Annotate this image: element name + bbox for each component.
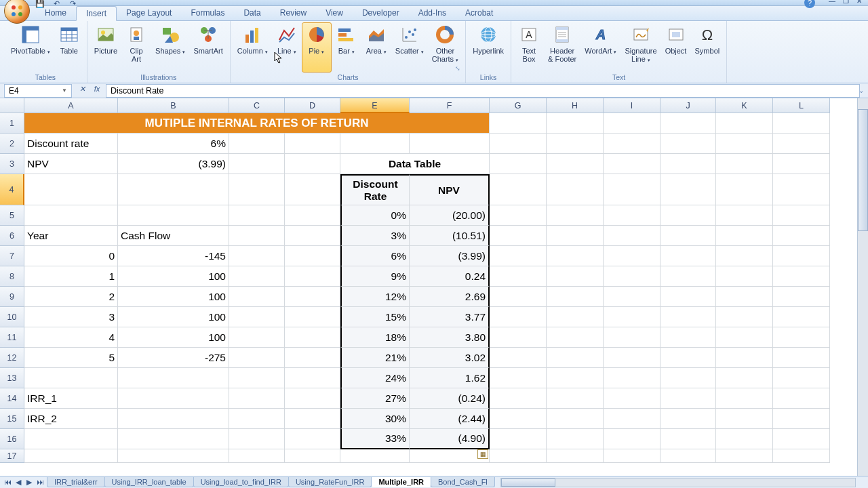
cell-C14[interactable] bbox=[229, 388, 285, 409]
cell-A2[interactable]: Discount rate bbox=[24, 134, 118, 154]
cell-A6[interactable]: Year bbox=[24, 226, 118, 246]
row-header-8[interactable]: 8 bbox=[0, 266, 24, 287]
tab-page-layout[interactable]: Page Layout bbox=[117, 6, 181, 20]
cell-B12[interactable]: -275 bbox=[118, 348, 229, 368]
vertical-scrollbar[interactable] bbox=[857, 98, 868, 476]
row-header-14[interactable]: 14 bbox=[0, 388, 24, 409]
row-header-13[interactable]: 13 bbox=[0, 368, 24, 388]
tab-data[interactable]: Data bbox=[234, 6, 270, 20]
bar-button[interactable]: Bar ▾ bbox=[332, 22, 361, 73]
group-expand-icon[interactable]: ⤡ bbox=[455, 65, 463, 73]
cell-B6[interactable]: Cash Flow bbox=[118, 226, 229, 246]
tab-add-ins[interactable]: Add-Ins bbox=[409, 6, 456, 20]
sheet-nav-next-icon[interactable]: ▶ bbox=[24, 478, 34, 487]
formula-expand-icon[interactable]: ⌄ bbox=[859, 87, 868, 94]
column-header-G[interactable]: G bbox=[490, 98, 547, 113]
cell-B7[interactable]: -145 bbox=[118, 246, 229, 266]
row-header-15[interactable]: 15 bbox=[0, 409, 24, 429]
cell-J15[interactable] bbox=[660, 409, 716, 429]
cell-J11[interactable] bbox=[660, 327, 716, 348]
column-header-J[interactable]: J bbox=[660, 98, 716, 113]
cell-I13[interactable] bbox=[604, 368, 660, 388]
cell-J1[interactable] bbox=[660, 113, 716, 134]
close-icon[interactable]: ✕ bbox=[853, 0, 865, 7]
cell-C7[interactable] bbox=[229, 246, 285, 266]
cell-A14[interactable]: IRR_1 bbox=[24, 388, 118, 409]
cell-F13[interactable]: 1.62 bbox=[410, 368, 490, 388]
cell-K14[interactable] bbox=[716, 388, 773, 409]
cell-J17[interactable] bbox=[660, 449, 716, 463]
cell-L5[interactable] bbox=[773, 205, 830, 226]
cell-G4[interactable] bbox=[490, 174, 547, 205]
cell-L8[interactable] bbox=[773, 266, 830, 287]
cell-L11[interactable] bbox=[773, 327, 830, 348]
cell-L10[interactable] bbox=[773, 307, 830, 327]
column-header-K[interactable]: K bbox=[716, 98, 773, 113]
cell-F7[interactable]: (3.99) bbox=[410, 246, 490, 266]
cell-C9[interactable] bbox=[229, 287, 285, 307]
cell-E13[interactable]: 24% bbox=[340, 368, 410, 388]
cell-G15[interactable] bbox=[490, 409, 547, 429]
row-header-17[interactable]: 17 bbox=[0, 449, 24, 463]
cell-E4[interactable]: DiscountRate bbox=[340, 174, 410, 205]
cell-A8[interactable]: 1 bbox=[24, 266, 118, 287]
cell-B13[interactable] bbox=[118, 368, 229, 388]
cell-D15[interactable] bbox=[285, 409, 340, 429]
cell-K11[interactable] bbox=[716, 327, 773, 348]
restore-icon[interactable]: ❐ bbox=[840, 0, 852, 7]
sheet-tab-bond_cash_fl[interactable]: Bond_Cash_Fl bbox=[431, 477, 495, 487]
cell-C4[interactable] bbox=[229, 174, 285, 205]
cell-D17[interactable] bbox=[285, 449, 340, 463]
cell-G16[interactable] bbox=[490, 429, 547, 449]
cell-H9[interactable] bbox=[547, 287, 604, 307]
cell-D3[interactable] bbox=[285, 154, 340, 174]
cell-L14[interactable] bbox=[773, 388, 830, 409]
minimize-icon[interactable]: — bbox=[826, 0, 838, 7]
shapes-button[interactable]: Shapes ▾ bbox=[151, 22, 189, 73]
cell-L4[interactable] bbox=[773, 174, 830, 205]
cell-E7[interactable]: 6% bbox=[340, 246, 410, 266]
sheet-tab-using_ratefun_irr[interactable]: Using_RateFun_IRR bbox=[288, 477, 372, 487]
sheet-nav-last-icon[interactable]: ⏭ bbox=[35, 478, 45, 487]
cell-J9[interactable] bbox=[660, 287, 716, 307]
cell-L2[interactable] bbox=[773, 134, 830, 154]
cell-G14[interactable] bbox=[490, 388, 547, 409]
cell-K4[interactable] bbox=[716, 174, 773, 205]
cell-G11[interactable] bbox=[490, 327, 547, 348]
column-header-I[interactable]: I bbox=[604, 98, 660, 113]
cell-H2[interactable] bbox=[547, 134, 604, 154]
cell-I17[interactable] bbox=[604, 449, 660, 463]
row-header-4[interactable]: 4 bbox=[0, 174, 24, 205]
cell-H15[interactable] bbox=[547, 409, 604, 429]
cell-H5[interactable] bbox=[547, 205, 604, 226]
cell-A4[interactable] bbox=[24, 174, 118, 205]
tab-review[interactable]: Review bbox=[271, 6, 316, 20]
cell-I16[interactable] bbox=[604, 429, 660, 449]
cell-K13[interactable] bbox=[716, 368, 773, 388]
cell-J10[interactable] bbox=[660, 307, 716, 327]
cell-G10[interactable] bbox=[490, 307, 547, 327]
cell-F8[interactable]: 0.24 bbox=[410, 266, 490, 287]
select-all-button[interactable] bbox=[0, 98, 24, 113]
pie-button[interactable]: Pie ▾ bbox=[302, 22, 332, 73]
cell-J16[interactable] bbox=[660, 429, 716, 449]
cell-A3[interactable]: NPV bbox=[24, 154, 118, 174]
cell-J12[interactable] bbox=[660, 348, 716, 368]
cell-D5[interactable] bbox=[285, 205, 340, 226]
row-header-11[interactable]: 11 bbox=[0, 327, 24, 348]
clipart-button[interactable]: ClipArt bbox=[121, 22, 151, 73]
scatter-button[interactable]: Scatter ▾ bbox=[391, 22, 428, 73]
cell-C3[interactable] bbox=[229, 154, 285, 174]
scrollbar-thumb[interactable] bbox=[501, 479, 555, 487]
cell-A9[interactable]: 2 bbox=[24, 287, 118, 307]
cell-C15[interactable] bbox=[229, 409, 285, 429]
cell-B4[interactable] bbox=[118, 174, 229, 205]
cell-I14[interactable] bbox=[604, 388, 660, 409]
cell-J13[interactable] bbox=[660, 368, 716, 388]
cell-C6[interactable] bbox=[229, 226, 285, 246]
cell-H16[interactable] bbox=[547, 429, 604, 449]
object-button[interactable]: Object bbox=[661, 22, 691, 73]
cell-C2[interactable] bbox=[229, 134, 285, 154]
cell-K3[interactable] bbox=[716, 154, 773, 174]
column-header-D[interactable]: D bbox=[285, 98, 340, 113]
